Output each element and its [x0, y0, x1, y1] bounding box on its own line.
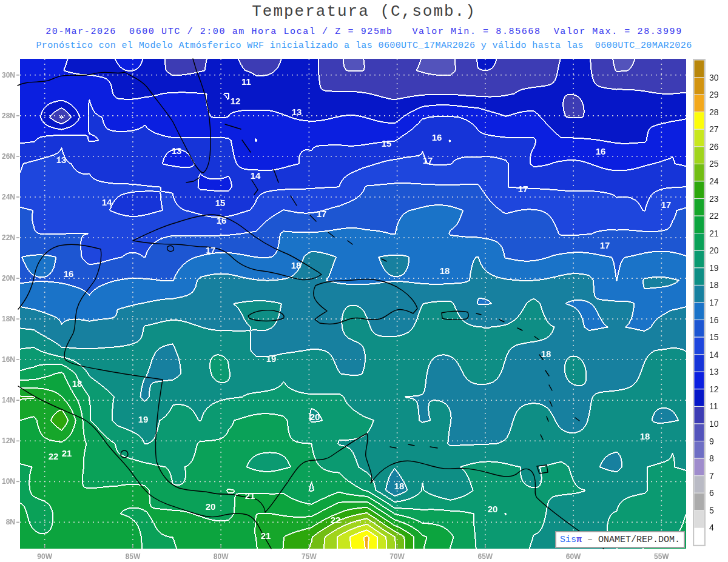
colorbar-band [694, 216, 704, 233]
colorbar-tick-label: 7 [709, 471, 714, 481]
subtitle-line-1: 20-Mar-2026 0600 UTC / 2:00 am Hora Loca… [0, 27, 728, 37]
colorbar-tick-label: 10 [709, 419, 719, 429]
colorbar-band [694, 233, 704, 251]
subtitle-line-2: Pronóstico con el Modelo Atmósferico WRF… [0, 41, 728, 51]
lon-axis-label: 85W [126, 552, 141, 561]
lat-axis-label: 8N [6, 518, 15, 526]
colorbar-tick-label: 23 [709, 194, 719, 204]
colorbar-band [694, 95, 704, 112]
colorbar-band [694, 337, 704, 355]
colorbar-band [694, 199, 704, 216]
colorbar-tick-label: 13 [709, 367, 719, 376]
lat-axis-label: 24N [2, 193, 15, 201]
colorbar-tick-label: 14 [709, 350, 719, 360]
colorbar-band [694, 320, 704, 338]
lon-axis-label: 65W [478, 552, 493, 561]
colorbar-tick-label: 26 [709, 142, 719, 152]
temperature-field-canvas [20, 59, 686, 549]
colorbar-band [694, 129, 704, 147]
colorbar-tick-label: 5 [709, 506, 714, 515]
colorbar-tick-label: 8 [709, 453, 714, 463]
watermark-brand: Sis [560, 535, 576, 545]
colorbar-tick-label: 12 [709, 384, 719, 394]
colorbar-tick-label: 24 [709, 176, 719, 186]
colorbar-band [694, 268, 704, 286]
colorbar-band [694, 458, 704, 476]
colorbar-tick-label: 21 [709, 229, 719, 238]
colorbar-band [694, 164, 704, 181]
colorbar-tick-label: 28 [709, 107, 719, 117]
colorbar-band [694, 406, 704, 424]
watermark-box: Sisπ – ONAMET/REP.DOM. [555, 531, 685, 548]
colorbar-tick-label: 6 [709, 488, 714, 498]
lat-axis-label: 18N [2, 315, 15, 323]
lat-axis-label: 10N [2, 477, 15, 486]
lon-axis-label: 90W [37, 552, 52, 561]
colorbar-band [694, 60, 704, 78]
lat-axis-label: 26N [2, 152, 15, 161]
colorbar-tick-label: 11 [709, 401, 718, 411]
colorbar-tick-label: 19 [709, 263, 719, 273]
colorbar-band [694, 147, 704, 164]
colorbar-band [694, 285, 704, 303]
colorbar-band [694, 303, 704, 320]
colorbar-tick-label: 17 [709, 298, 719, 307]
colorbar-tick-label: 15 [709, 332, 719, 342]
colorbar-band [694, 424, 704, 441]
colorbar-band [694, 372, 704, 389]
colorbar-band [694, 112, 704, 130]
colorbar-band [694, 527, 704, 545]
colorbar-tick-label: 16 [709, 315, 719, 325]
colorbar-tick-label: 22 [709, 211, 719, 221]
lat-axis-label: 28N [2, 112, 15, 120]
colorbar: 3029282726252423222120191817161514131211… [693, 59, 719, 546]
lat-axis-label: 16N [2, 355, 15, 364]
colorbar-tick-label: 25 [709, 159, 719, 169]
colorbar-band [694, 493, 704, 510]
colorbar-band [694, 78, 704, 95]
colorbar-band [694, 476, 704, 493]
lon-axis-label: 70W [389, 552, 405, 561]
colorbar-band [694, 510, 704, 528]
colorbar-band [694, 250, 704, 268]
colorbar-tick-label: 4 [709, 523, 714, 532]
lon-axis-label: 60W [566, 552, 581, 561]
colorbar-band [694, 389, 704, 407]
colorbar-tick-label: 30 [709, 73, 719, 82]
watermark-pi-symbol: π [576, 535, 582, 545]
lat-axis-label: 20N [2, 274, 15, 283]
colorbar-border [693, 59, 705, 546]
colorbar-band [694, 441, 704, 459]
colorbar-tick-label: 27 [709, 124, 719, 134]
colorbar-tick-label: 9 [709, 437, 714, 446]
colorbar-tick-label: 18 [709, 280, 719, 290]
lon-axis-label: 80W [214, 552, 229, 561]
lon-axis-label: 55W [654, 552, 669, 561]
page-title: Temperatura (C,somb.) [0, 2, 728, 21]
watermark-separator: – [582, 535, 598, 545]
colorbar-band [694, 181, 704, 199]
lat-axis-label: 22N [2, 233, 15, 242]
weather-chart-page: Temperatura (C,somb.) 20-Mar-2026 0600 U… [0, 0, 728, 562]
colorbar-tick-label: 29 [709, 90, 719, 99]
watermark-org: ONAMET/REP.DOM. [598, 535, 680, 545]
lat-axis-label: 30N [2, 71, 15, 79]
lon-axis-label: 75W [302, 552, 317, 561]
colorbar-band [694, 355, 704, 372]
lat-axis-label: 12N [2, 437, 15, 445]
lat-axis-label: 14N [2, 396, 15, 404]
colorbar-tick-label: 20 [709, 246, 719, 255]
